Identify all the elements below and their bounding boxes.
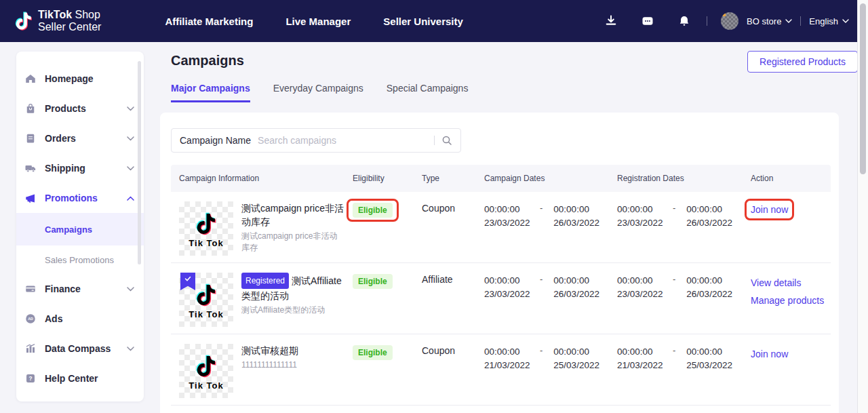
products-bag-icon [24,102,37,115]
page-scrollbar[interactable] [857,0,868,413]
svg-text:?: ? [28,376,32,382]
campaign-info-cell: Tik Tok Registered测试Affiliate类型的活动 测试Aff… [171,263,353,327]
chevron-down-icon [127,166,134,171]
tiktok-shop-logo[interactable]: TikTok Shop Seller Center [14,9,101,33]
sidebar-item-data-compass[interactable]: Data Compass [16,334,144,363]
campaign-image: Tik Tok [179,201,233,256]
help-center-icon: ? [24,372,37,385]
language-selector[interactable]: English [809,16,849,26]
col-registration-dates: Registration Dates [617,174,751,183]
registered-ribbon-icon [180,273,195,290]
registration-dates-cell: 00:00:0021/03/2022 - 00:00:0025/03/2022 [617,334,751,372]
registered-badge: Registered [241,273,289,289]
table-row: Tik Tok 测试campaign price非活动库存 测试campaign… [171,192,831,263]
top-navbar: TikTok Shop Seller Center Affiliate Mark… [0,0,868,42]
sidebar-item-finance[interactable]: Finance [16,274,144,304]
store-switcher[interactable]: BO store [747,16,792,26]
search-input[interactable] [258,135,431,146]
sidebar-item-shipping[interactable]: Shipping [16,153,144,183]
sidebar-subitem-sales-promotions[interactable]: Sales Promotions [16,245,144,274]
campaign-image: Tik Tok [179,344,233,398]
sidebar-scrollbar[interactable] [138,61,141,264]
scrollbar-thumb[interactable] [860,3,866,174]
tab-everyday-campaigns[interactable]: Everyday Campaigns [273,83,363,102]
eligibility-cell: Eligible [353,334,422,360]
campaign-info-cell: Tik Tok 测试审核超期 11111111111111 [171,334,353,398]
notification-bell-icon[interactable] [677,14,691,28]
main-nav-links: Affiliate Marketing Live Manager Seller … [165,16,462,27]
registered-products-button[interactable]: Registered Products [747,51,858,73]
campaign-subtitle: 测试campaign price非活动库存 [241,231,344,254]
eligible-badge: Eligible [353,274,393,289]
chevron-down-icon [842,19,849,23]
col-eligibility: Eligibility [353,174,422,183]
campaigns-table: Campaign Information Eligibility Type Ca… [171,165,831,406]
image-caption: Tik Tok [189,380,223,391]
chat-icon[interactable] [641,14,654,28]
eligibility-cell: Eligible [353,263,422,289]
join-now-link[interactable]: Join now [751,345,831,363]
table-row: Tik Tok 测试审核超期 11111111111111 Eligible C… [171,334,831,406]
sidebar-item-help-center[interactable]: ? Help Center [16,363,144,393]
sidebar: Homepage Products Orders Shipping Promot… [16,52,144,401]
nav-seller-university[interactable]: Seller University [383,16,463,27]
campaign-info-cell: Tik Tok 测试campaign price非活动库存 测试campaign… [171,192,353,256]
campaign-dates-cell: 00:00:0023/03/2022 - 00:00:0026/03/2022 [484,192,617,230]
col-type: Type [422,174,484,183]
shipping-truck-icon [24,162,37,174]
page-title: Campaigns [171,53,244,68]
search-divider [434,136,435,145]
nav-affiliate-marketing[interactable]: Affiliate Marketing [165,16,253,27]
date-separator: - [540,345,542,372]
image-caption: Tik Tok [189,309,223,319]
type-cell: Affiliate [422,263,484,285]
highlight-box: Join now [745,199,794,220]
promotions-megaphone-icon [24,192,37,204]
sidebar-item-promotions[interactable]: Promotions [16,183,144,213]
sidebar-item-products[interactable]: Products [16,94,144,123]
col-campaign-information: Campaign Information [171,174,353,183]
logo-text: TikTok Shop Seller Center [38,9,101,33]
type-cell: Coupon [422,334,484,356]
eligibility-cell: Eligible [353,192,422,222]
campaign-dates-cell: 00:00:0021/03/2022 - 00:00:0025/03/2022 [484,334,617,372]
tab-major-campaigns[interactable]: Major Campaigns [171,83,250,102]
sidebar-item-orders[interactable]: Orders [16,123,144,153]
view-details-link[interactable]: View details [751,274,831,292]
nav-live-manager[interactable]: Live Manager [285,16,351,27]
download-icon[interactable] [604,14,618,28]
col-action: Action [751,174,831,183]
ads-icon: AD [24,313,37,325]
search-icon[interactable] [441,135,452,146]
date-separator: - [673,345,675,372]
sidebar-item-ads[interactable]: AD Ads [16,304,144,334]
data-compass-icon [24,342,37,355]
tiktok-note-icon [194,210,218,237]
finance-card-icon [24,283,37,295]
join-now-link[interactable]: Join now [751,203,788,216]
action-cell: Join now [751,334,831,363]
search-field-label: Campaign Name [180,135,251,146]
registration-dates-cell: 00:00:0023/03/2022 - 00:00:0026/03/2022 [617,263,751,301]
campaign-image: Tik Tok [179,273,233,327]
eligible-badge: Eligible [353,345,393,360]
campaign-tabs: Major Campaigns Everyday Campaigns Speci… [171,83,468,102]
tab-special-campaigns[interactable]: Special Campaigns [387,83,469,102]
campaigns-panel: Campaign Name Campaign Information Eligi… [160,113,839,413]
store-avatar[interactable] [721,12,738,30]
svg-text:AD: AD [28,317,33,321]
chevron-down-icon [127,287,134,292]
eligible-badge: Eligible [353,203,393,218]
tiktok-note-icon [194,281,218,309]
sidebar-item-homepage[interactable]: Homepage [16,64,144,94]
manage-products-link[interactable]: Manage products [751,292,831,309]
date-separator: - [673,274,675,301]
campaign-search-bar[interactable]: Campaign Name [171,128,461,153]
highlight-box: Eligible [347,199,399,222]
tiktok-note-icon [14,9,34,33]
action-cell: Join now [751,192,831,220]
nav-separator [707,16,707,26]
sidebar-subitem-campaigns[interactable]: Campaigns [16,213,144,245]
nav-separator [800,16,801,26]
campaign-title: 测试campaign price非活动库存 [241,201,344,229]
